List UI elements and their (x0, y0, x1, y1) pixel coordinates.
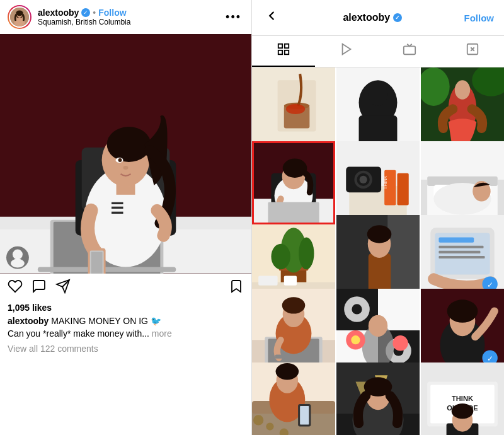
tab-grid[interactable] (252, 36, 315, 67)
grid-item[interactable] (252, 215, 335, 298)
caption-username[interactable]: alextooby (8, 316, 49, 326)
svg-rect-85 (258, 276, 277, 285)
post-actions (0, 274, 251, 303)
share-button[interactable] (55, 279, 71, 298)
left-follow-button[interactable]: Follow (98, 8, 126, 18)
svg-text:THINK: THINK (383, 176, 388, 190)
svg-rect-89 (387, 215, 420, 298)
grid-item[interactable] (252, 362, 335, 435)
svg-text:☰: ☰ (110, 200, 124, 217)
svg-point-18 (107, 127, 151, 162)
bookmark-button[interactable] (229, 279, 244, 298)
svg-text:✓: ✓ (487, 354, 493, 363)
grid-item[interactable] (421, 67, 504, 151)
tab-tagged[interactable] (441, 36, 504, 67)
svg-point-116 (352, 304, 362, 314)
comment-button[interactable] (32, 279, 47, 298)
post-header: alextooby ✓ • Follow Squamish, British C… (0, 0, 251, 34)
more-options-button[interactable]: ••• (223, 8, 244, 26)
svg-point-137 (266, 422, 273, 430)
profile-username-row: alextooby ✓ (343, 12, 402, 23)
caption-more-button[interactable]: more (152, 328, 172, 339)
post-caption: alextooby MAKING MONEY ON IG 🐦 Can you *… (0, 315, 251, 342)
profile-header: alextooby ✓ Follow (252, 0, 504, 36)
svg-point-121 (351, 335, 360, 344)
svg-point-83 (299, 238, 314, 270)
username-row: alextooby ✓ • Follow (38, 8, 217, 18)
grid-item[interactable] (421, 141, 504, 224)
grid-item[interactable] (336, 215, 420, 298)
svg-point-135 (276, 363, 299, 380)
grid-item-selected[interactable] (252, 141, 335, 224)
svg-point-52 (455, 80, 470, 99)
post-location: Squamish, British Columbia (38, 18, 217, 26)
svg-rect-33 (285, 50, 289, 54)
svg-point-46 (369, 83, 387, 106)
svg-point-127 (447, 299, 478, 323)
svg-text:✓: ✓ (487, 281, 493, 289)
grid-item[interactable] (252, 67, 335, 151)
video-tab-icon (340, 42, 353, 59)
svg-text:THINK: THINK (452, 395, 473, 402)
svg-point-82 (271, 244, 290, 270)
svg-rect-21 (91, 252, 103, 274)
svg-rect-35 (404, 46, 415, 54)
svg-marker-34 (343, 44, 351, 55)
svg-point-41 (286, 104, 305, 114)
post-username[interactable]: alextooby (38, 8, 79, 18)
svg-rect-96 (438, 238, 474, 243)
right-panel: alextooby ✓ Follow (252, 0, 504, 435)
grid-item[interactable] (336, 289, 420, 372)
tagged-tab-icon (466, 42, 479, 59)
svg-point-4 (16, 10, 23, 16)
svg-rect-98 (438, 251, 480, 253)
svg-rect-68 (397, 173, 408, 206)
grid-item[interactable]: ✓ (421, 289, 504, 372)
svg-point-119 (369, 315, 387, 337)
svg-point-26 (13, 250, 23, 260)
like-button[interactable] (8, 279, 23, 298)
post-likes: 1,095 likes (0, 303, 251, 315)
svg-point-122 (392, 335, 408, 351)
dot-separator: • (93, 8, 96, 18)
svg-point-27 (11, 259, 25, 268)
grid-tab-icon (277, 42, 290, 59)
svg-point-156 (452, 403, 474, 419)
back-button[interactable] (262, 6, 281, 29)
verified-icon: ✓ (81, 8, 90, 17)
svg-rect-31 (285, 44, 289, 48)
grid-item[interactable] (336, 362, 420, 435)
profile-verified-icon: ✓ (393, 13, 402, 22)
svg-rect-32 (278, 50, 282, 54)
avatar[interactable] (8, 5, 32, 29)
photo-grid: THINK (252, 67, 504, 435)
svg-rect-109 (275, 355, 285, 359)
svg-point-148 (364, 377, 392, 396)
svg-point-66 (360, 176, 367, 183)
tab-tv[interactable] (378, 36, 441, 67)
svg-point-108 (282, 297, 306, 313)
caption-subtext: Can you *really* make money with... (8, 328, 149, 339)
profile-username-text: alextooby (343, 12, 390, 23)
view-comments-button[interactable]: View all 122 comments (0, 342, 251, 355)
svg-rect-60 (268, 202, 319, 224)
left-panel: alextooby ✓ • Follow Squamish, British C… (0, 0, 252, 435)
svg-rect-86 (284, 276, 297, 285)
tab-video[interactable] (315, 36, 378, 67)
svg-rect-97 (438, 246, 483, 248)
svg-point-136 (253, 415, 263, 425)
profile-tabs (252, 36, 504, 67)
post-header-info: alextooby ✓ • Follow Squamish, British C… (38, 8, 217, 26)
grid-item[interactable]: THINK (336, 141, 420, 224)
caption-text: MAKING MONEY ON IG 🐦 (51, 316, 161, 326)
right-follow-button[interactable]: Follow (464, 13, 495, 23)
grid-item[interactable]: ✓ (421, 215, 504, 298)
grid-item[interactable] (336, 67, 420, 151)
tv-tab-icon (403, 42, 416, 59)
svg-point-92 (367, 225, 392, 243)
grid-item[interactable]: THINK OUTSIDE (421, 362, 504, 435)
grid-item[interactable] (252, 289, 335, 372)
avatar-image (9, 6, 30, 28)
svg-rect-11 (38, 267, 176, 272)
svg-rect-140 (300, 406, 309, 424)
